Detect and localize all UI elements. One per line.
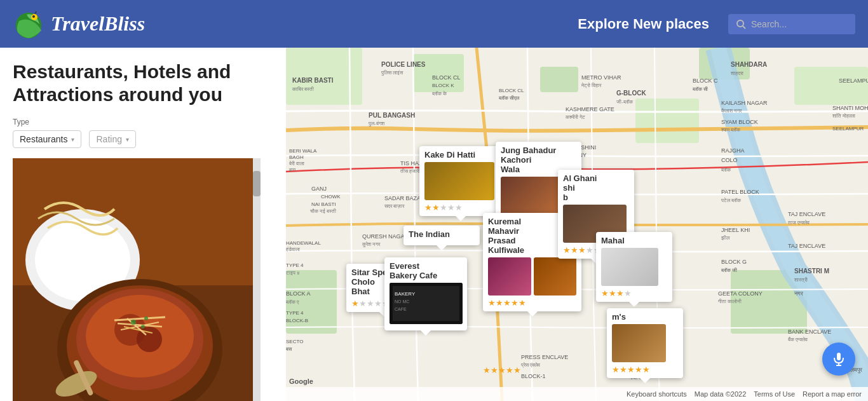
svg-text:पटेल ब्लॉक: पटेल ब्लॉक [721, 197, 742, 203]
svg-text:CHOWK: CHOWK [321, 194, 341, 200]
svg-text:SEELAMPUR: SEELAMPUR [832, 126, 864, 132]
svg-text:BANK ENCLAVE: BANK ENCLAVE [788, 329, 831, 335]
svg-rect-30 [635, 99, 699, 143]
popup-kake-di-hatti[interactable]: Kake Di Hatti ★★★★★ [419, 146, 502, 216]
svg-text:श्याम ब्लॉक: श्याम ब्लॉक [721, 127, 741, 133]
popup-the-indian-title: The Indian [409, 229, 475, 239]
food-image-container [13, 158, 261, 401]
popup-kake-title: Kake Di Hatti [424, 150, 497, 160]
type-filter-dropdown[interactable]: Restaurants ▾ [13, 130, 81, 148]
svg-text:PRESS ENCLAVE: PRESS ENCLAVE [521, 354, 568, 360]
popup-mahal[interactable]: Mahal ★★★★ [596, 232, 672, 302]
svg-text:शाहदरा: शाहदरा [730, 71, 743, 76]
svg-text:नगर: नगर [794, 290, 803, 297]
svg-text:मेट्रो विहार: मेट्रो विहार [581, 82, 602, 88]
svg-text:शांति मोहल्ला: शांति मोहल्ला [832, 112, 855, 119]
rating-filter-dropdown[interactable]: Rating ▾ [89, 130, 135, 148]
svg-text:METRO VIHAR: METRO VIHAR [581, 74, 621, 81]
map-area[interactable]: KABIR BASTI काबिर बस्ती POLICE LINES पुल… [286, 48, 868, 401]
svg-text:NO MC: NO MC [395, 299, 409, 304]
svg-text:SHAHDARA: SHAHDARA [731, 61, 767, 68]
keyboard-shortcuts[interactable]: Keyboard shortcuts [627, 390, 687, 398]
left-panel: Restaurants, Hotels and Attractions arou… [0, 48, 286, 401]
scroll-thumb[interactable] [253, 171, 261, 196]
mic-button[interactable] [822, 343, 855, 376]
header-right: Explore New places [578, 14, 855, 34]
popup-the-indian[interactable]: The Indian [403, 226, 480, 245]
svg-point-23 [141, 325, 145, 329]
svg-text:KASHMERE GATE: KASHMERE GATE [566, 106, 614, 112]
svg-text:TYPE 4: TYPE 4 [286, 262, 304, 268]
search-box[interactable] [728, 14, 855, 34]
popup-mahal-stars: ★★★★ [601, 289, 667, 298]
search-icon [736, 19, 746, 29]
svg-rect-32 [794, 67, 868, 105]
svg-text:ब्लॉक ए: ब्लॉक ए [286, 299, 299, 305]
popup-mahal-title: Mahal [601, 236, 667, 245]
svg-point-4 [737, 20, 743, 27]
svg-text:JHEEL KHI: JHEEL KHI [721, 227, 750, 233]
popup-everest-bakery[interactable]: EverestBakery Cafe BAKERYNO MCCAFE [384, 257, 467, 330]
svg-text:बेरी वाला: बेरी वाला [288, 160, 304, 167]
svg-text:BERI WALA: BERI WALA [289, 148, 317, 154]
svg-rect-136 [837, 353, 841, 360]
popup-ms-stars: ★★★★★ [612, 365, 678, 374]
rating-chevron-icon: ▾ [126, 136, 129, 143]
search-input[interactable] [751, 19, 846, 29]
report-map-error[interactable]: Report a map error [803, 390, 862, 398]
svg-text:कुरेश नगर: कुरेश नगर [362, 241, 381, 248]
svg-point-3 [32, 15, 35, 18]
svg-text:कश्मीरी गेट: कश्मीरी गेट [565, 114, 585, 120]
svg-text:गीता कालोनी: गीता कालोनी [717, 298, 742, 304]
svg-line-5 [743, 26, 745, 29]
svg-text:SHANTI MOHALL: SHANTI MOHALL [832, 105, 868, 111]
svg-text:झील: झील [721, 235, 730, 241]
svg-text:BLOCK G: BLOCK G [721, 259, 747, 265]
svg-text:BAKERY: BAKERY [395, 291, 416, 297]
svg-text:पुलिस लाइंस: पुलिस लाइंस [381, 70, 403, 76]
explore-text: Explore New places [578, 16, 709, 32]
map-footer: Keyboard shortcuts Map data ©2022 Terms … [286, 387, 868, 401]
svg-text:COLO: COLO [721, 157, 738, 163]
svg-text:ब्लॉक सी: ब्लॉक सी [692, 86, 708, 92]
svg-text:CAFE: CAFE [395, 307, 407, 311]
terms-of-use[interactable]: Terms of Use [754, 390, 795, 398]
svg-text:NAI BASTI: NAI BASTI [311, 201, 336, 207]
svg-text:G-BLOCK: G-BLOCK [616, 90, 646, 97]
svg-text:BLOCK-B: BLOCK-B [286, 318, 308, 323]
kuremal-second-stars: ★★★★★ [483, 365, 521, 375]
svg-text:काबिर बस्ती: काबिर बस्ती [292, 86, 314, 92]
svg-text:ब्लॉक सीएल: ब्लॉक सीएल [498, 95, 520, 101]
svg-text:सदर बाज़ार: सदर बाज़ार [384, 203, 405, 209]
svg-text:BLOCK CL: BLOCK CL [432, 74, 461, 81]
popup-kuremal-stars: ★★★★★ [488, 298, 576, 308]
svg-text:चौक नई बस्ती: चौक नई बस्ती [309, 208, 336, 214]
popup-ms-image [612, 324, 666, 362]
popup-ms-title: m's [612, 312, 678, 322]
logo-text: TravelBliss [51, 12, 145, 36]
google-logo: Google [289, 377, 313, 385]
svg-text:RAJGHA: RAJGHA [721, 147, 745, 154]
popup-everest-title: EverestBakery Cafe [390, 261, 462, 280]
svg-text:SEELAMPUR: SEELAMPUR [839, 78, 868, 84]
svg-text:TYPE 4: TYPE 4 [286, 310, 304, 316]
logo-icon [13, 8, 44, 40]
svg-text:HANDEWALAL: HANDEWALAL [286, 240, 321, 246]
svg-text:TAJ ENCLAVE: TAJ ENCLAVE [788, 211, 825, 217]
map-data-label: Map data ©2022 [695, 390, 747, 398]
header: TravelBliss Explore New places [0, 0, 868, 48]
svg-text:PUL BANGASH: PUL BANGASH [369, 112, 415, 119]
popup-kake-image [424, 162, 494, 200]
popup-kuremal-image2 [534, 257, 577, 296]
svg-text:GEETA COLONY: GEETA COLONY [718, 290, 763, 297]
svg-text:KABIR BASTI: KABIR BASTI [292, 77, 334, 84]
popup-ms[interactable]: m's ★★★★★ [607, 308, 683, 378]
svg-text:हंडेवाला: हंडेवाला [286, 246, 300, 252]
svg-text:ब्लॉक जी: ब्लॉक जी [721, 268, 737, 273]
filters-label: Type [13, 118, 273, 126]
scroll-bar[interactable] [253, 158, 261, 401]
svg-text:बाग: बाग [288, 167, 296, 173]
svg-text:BLOCK A: BLOCK A [286, 290, 311, 297]
svg-text:ब्लॉक के: ब्लॉक के [431, 90, 447, 97]
svg-text:टाइप ४: टाइप ४ [286, 270, 300, 276]
